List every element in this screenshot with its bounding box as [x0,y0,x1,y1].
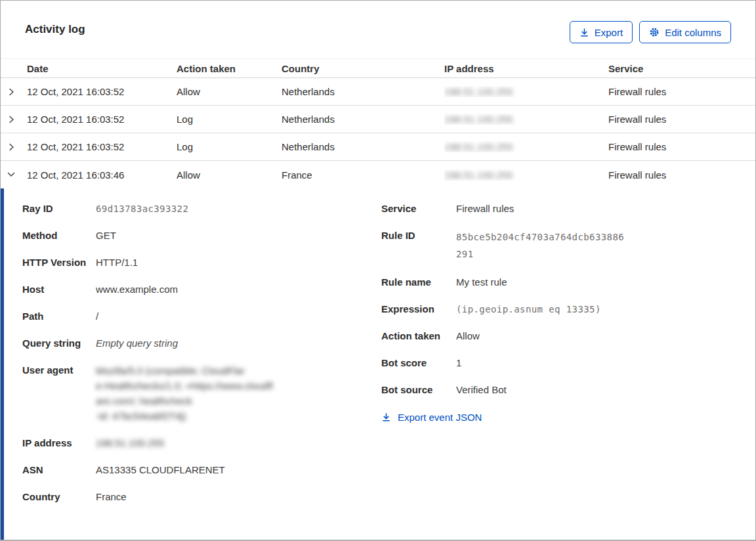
column-header-action: Action taken [177,63,282,74]
field-service: Service Firewall rules [381,202,755,216]
table-row-expanded[interactable]: 12 Oct, 2021 16:03:46 Allow France 198.5… [1,161,755,188]
cell-date: 12 Oct, 2021 16:03:52 [27,86,177,97]
field-ray-id: Ray ID 69d13783ac393322 [22,202,381,216]
field-label: Path [22,309,96,324]
field-value: HTTP/1.1 [96,255,138,270]
cell-ip-redacted: 198.51.100.255 [444,86,608,97]
activity-log-panel: Activity log Export Edit columns Date Ac… [0,0,756,541]
table-row[interactable]: 12 Oct, 2021 16:03:52 Allow Netherlands … [1,78,755,106]
field-host: Host www.example.com [22,282,381,297]
field-label: Service [381,202,456,216]
field-asn: ASN AS13335 CLOUDFLARENET [22,463,381,477]
cell-date: 12 Oct, 2021 16:03:52 [27,141,177,152]
row-expand-toggle[interactable] [1,115,27,124]
field-value: Verified Bot [456,383,507,397]
field-value: 1 [456,356,461,370]
field-user-agent: User agent Mozilla/5.0 (compatible; Clou… [22,363,381,423]
cell-date: 12 Oct, 2021 16:03:46 [27,169,177,181]
cell-date: 12 Oct, 2021 16:03:52 [27,114,177,125]
gear-icon [649,27,660,37]
row-expand-toggle[interactable] [1,142,27,152]
cell-country: France [282,169,444,181]
field-label: Expression [381,302,456,316]
cell-country: Netherlands [282,86,444,97]
field-rule-name: Rule name My test rule [381,275,755,290]
field-label: Method [22,228,96,243]
field-bot-score: Bot score 1 [381,356,755,370]
field-rule-id: Rule ID 85bce5b204cf4703a764dcb633886291 [381,228,755,263]
cell-service: Firewall rules [608,86,755,97]
field-expression: Expression (ip.geoip.asnum eq 13335) [381,302,755,316]
cell-country: Netherlands [282,114,444,125]
cell-action: Log [177,114,282,125]
field-value: Allow [456,329,480,343]
field-label: Country [22,490,96,504]
field-label: ASN [22,463,96,477]
field-label: IP address [22,436,96,450]
export-event-json-link[interactable]: Export event JSON [381,412,482,423]
field-label: Host [22,282,96,297]
field-label: Rule ID [381,228,456,263]
field-value: GET [96,228,116,243]
chevron-right-icon [7,142,16,152]
field-label: Ray ID [22,202,96,216]
column-header-date: Date [27,63,177,74]
row-collapse-toggle[interactable] [1,170,27,179]
export-event-json-label: Export event JSON [398,412,482,423]
field-label: Rule name [381,275,456,290]
field-value-redacted: Mozilla/5.0 (compatible; CloudFlar e-Hea… [96,363,273,423]
edit-columns-button-label: Edit columns [665,27,721,38]
field-label: Action taken [381,329,456,343]
cell-action: Log [177,141,282,152]
table-row[interactable]: 12 Oct, 2021 16:03:52 Log Netherlands 19… [1,133,755,161]
field-value: / [96,309,98,324]
field-value: Firewall rules [456,202,514,216]
chevron-right-icon [7,87,16,97]
export-button-label: Export [595,27,623,38]
field-label: User agent [22,363,96,423]
chevron-right-icon [7,115,16,124]
column-header-ip: IP address [444,63,608,74]
event-detail-panel: Ray ID 69d13783ac393322 Method GET HTTP … [1,188,755,540]
cell-action: Allow [177,86,282,97]
chevron-down-icon [7,170,16,179]
detail-column-left: Ray ID 69d13783ac393322 Method GET HTTP … [22,202,381,540]
cell-service: Firewall rules [608,141,755,152]
cell-action: Allow [177,169,282,181]
download-icon [579,28,589,37]
field-label: Bot score [381,356,456,370]
field-method: Method GET [22,228,381,243]
field-value: Empty query string [96,336,178,351]
cell-country: Netherlands [282,141,444,152]
export-button[interactable]: Export [570,21,633,43]
header-bar: Activity log Export Edit columns [1,1,755,58]
field-bot-source: Bot source Verified Bot [381,383,755,397]
field-action-taken: Action taken Allow [381,329,755,343]
field-http-version: HTTP Version HTTP/1.1 [22,255,381,270]
field-value-redacted: 198.51.100.255 [96,436,164,450]
edit-columns-button[interactable]: Edit columns [639,21,731,43]
field-label: Query string [22,336,96,351]
field-value: www.example.com [96,282,178,297]
cell-ip-redacted: 198.51.100.255 [444,114,608,125]
table-row[interactable]: 12 Oct, 2021 16:03:52 Log Netherlands 19… [1,106,755,133]
detail-column-right: Service Firewall rules Rule ID 85bce5b20… [381,202,755,540]
field-label: HTTP Version [22,255,96,270]
field-path: Path / [22,309,381,324]
field-query-string: Query string Empty query string [22,336,381,351]
table-header: Date Action taken Country IP address Ser… [1,58,755,78]
row-expand-toggle[interactable] [1,87,27,97]
field-value: AS13335 CLOUDFLARENET [96,463,225,477]
field-value: 85bce5b204cf4703a764dcb633886291 [456,228,628,263]
field-value: France [96,490,127,504]
field-value: My test rule [456,275,507,290]
cell-service: Firewall rules [608,169,755,181]
cell-ip-redacted: 198.51.100.255 [444,141,608,152]
field-country: Country France [22,490,381,504]
cell-ip-redacted: 198.51.100.255 [444,169,608,181]
field-value: (ip.geoip.asnum eq 13335) [456,302,601,316]
cell-service: Firewall rules [608,114,755,125]
column-header-country: Country [282,63,444,74]
field-ip-address: IP address 198.51.100.255 [22,436,381,450]
toolbar: Export Edit columns [570,21,731,43]
